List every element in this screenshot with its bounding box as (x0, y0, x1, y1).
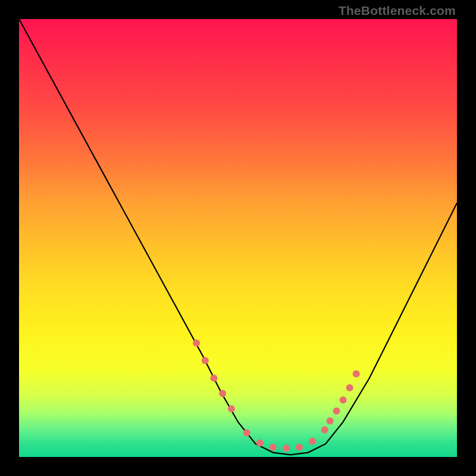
marker-dot (327, 418, 334, 425)
marker-dot (193, 340, 200, 347)
marker-dot (283, 444, 290, 452)
marker-dot (346, 384, 353, 392)
marker-dot (256, 439, 264, 446)
marker-dot (340, 396, 347, 403)
bottleneck-curve (19, 19, 457, 455)
chart-frame: TheBottleneck.com (0, 0, 476, 476)
curve-line (19, 19, 457, 455)
marker-dot (243, 430, 250, 437)
marker-dot (333, 408, 340, 415)
watermark-label: TheBottleneck.com (339, 4, 456, 18)
marker-dot (219, 390, 226, 397)
marker-dot (353, 370, 360, 377)
marker-dot (321, 426, 328, 433)
marker-dot (202, 357, 209, 364)
chart-svg (19, 19, 457, 457)
marker-dot (270, 444, 277, 451)
marker-dot (296, 444, 303, 451)
marker-dot (309, 438, 316, 445)
marker-group (193, 340, 360, 452)
marker-dot (228, 405, 235, 412)
plot-area (19, 19, 457, 457)
marker-dot (211, 375, 218, 382)
